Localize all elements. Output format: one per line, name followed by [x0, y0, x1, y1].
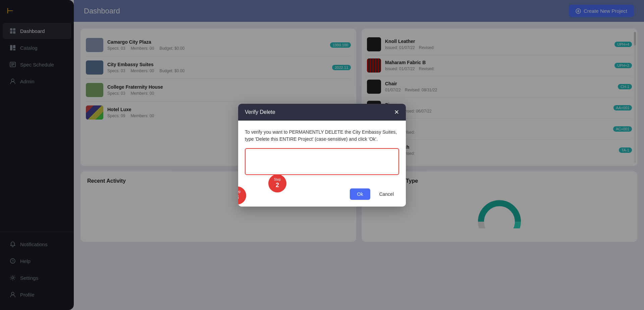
modal-ok-button[interactable]: Ok	[350, 188, 371, 200]
step2-bubble: Step 2	[268, 174, 286, 192]
modal-header: Verify Delete ✕	[238, 104, 406, 121]
modal-footer: Step 3 Ok Cancel	[238, 184, 406, 207]
modal-title: Verify Delete	[245, 109, 275, 115]
step3-bubble: Step 3	[238, 186, 246, 205]
modal-cancel-button[interactable]: Cancel	[374, 188, 399, 200]
modal-overlay[interactable]: Verify Delete ✕ To verify you want to PE…	[0, 0, 644, 310]
modal-input[interactable]	[245, 148, 399, 175]
modal-message: To verify you want to PERMANENTLY DELETE…	[245, 129, 399, 143]
modal-close-button[interactable]: ✕	[394, 109, 399, 115]
modal-body: To verify you want to PERMANENTLY DELETE…	[238, 121, 406, 184]
verify-delete-modal: Verify Delete ✕ To verify you want to PE…	[238, 104, 406, 207]
